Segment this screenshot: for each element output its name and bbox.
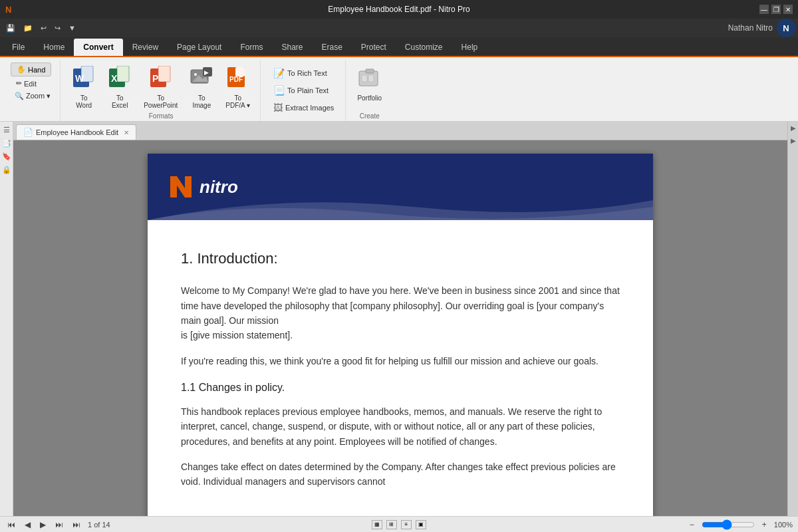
ribbon-group-formats: W ToWord X ToExcel (62, 60, 261, 121)
tab-protect[interactable]: Protect (352, 39, 396, 56)
svg-rect-18 (235, 67, 245, 76)
tab-home[interactable]: Home (34, 39, 74, 56)
svg-rect-22 (362, 75, 367, 82)
avatar[interactable]: N (777, 19, 795, 37)
page-separator: of (94, 521, 102, 529)
ribbon-group-text: 📝 To Rich Text 📃 To Plain Text 🖼 Extract… (262, 60, 346, 121)
status-left: ⏮ ◀ ▶ ⏭ ⏭ 1 of 14 (5, 520, 110, 529)
title-bar: N Employee Handbook Edit.pdf - Nitro Pro… (0, 0, 798, 19)
ribbon-tabs: File Home Convert Review Page Layout For… (0, 37, 798, 57)
pdf-paragraph-3: This handbook replaces previous employee… (181, 404, 620, 449)
page-indicator: 1 of 14 (88, 521, 110, 529)
app-icon: N (5, 5, 11, 15)
zoom-in-button[interactable]: + (760, 520, 769, 529)
minimize-button[interactable]: — (759, 5, 769, 14)
to-powerpoint-button[interactable]: P ToPowerPoint (139, 63, 182, 112)
first-page-button[interactable]: ⏮ (5, 520, 17, 529)
nitro-n-icon (168, 174, 194, 200)
view-list-button[interactable]: ≡ (401, 520, 412, 529)
to-rich-text-button[interactable]: 📝 To Rich Text (267, 65, 340, 81)
tab-customize[interactable]: Customize (396, 39, 452, 56)
play-button[interactable]: ▶ (38, 520, 48, 529)
svg-text:X: X (111, 73, 118, 84)
window-controls[interactable]: — ❐ ✕ (759, 5, 793, 14)
prev-page-button[interactable]: ◀ (23, 520, 33, 529)
tab-erase[interactable]: Erase (312, 39, 351, 56)
tab-convert[interactable]: Convert (74, 39, 122, 56)
to-word-button[interactable]: W ToWord (67, 63, 100, 112)
zoom-slider[interactable] (702, 519, 755, 530)
tab-file[interactable]: File (3, 39, 34, 56)
qa-save-button[interactable]: 💾 (3, 22, 19, 35)
pdf-content: 1. Introduction: Welcome to My Company! … (148, 220, 653, 516)
powerpoint-label: ToPowerPoint (144, 94, 178, 109)
plain-text-icon: 📃 (273, 85, 285, 96)
doc-tab-label: Employee Handbook Edit (36, 128, 118, 136)
sidebar-icon-3[interactable]: 🔖 (1, 151, 12, 162)
left-sidebar: ☰ 📑 🔖 🔒 (0, 122, 13, 516)
view-single-button[interactable]: ▦ (372, 520, 382, 529)
doc-tab-close-button[interactable]: ✕ (124, 129, 129, 136)
title-bar-left: N (5, 5, 11, 15)
portfolio-button[interactable]: Portfolio (352, 63, 386, 105)
zoom-icon: 🔍 (15, 92, 24, 100)
tab-help[interactable]: Help (452, 39, 487, 56)
portfolio-icon (358, 66, 382, 93)
plain-text-label: To Plain Text (287, 86, 329, 94)
zoom-out-button[interactable]: − (688, 520, 696, 529)
tab-share[interactable]: Share (272, 39, 312, 56)
qa-settings-button[interactable]: ▼ (65, 22, 79, 34)
svg-text:W: W (75, 73, 84, 84)
doc-tab-handbook[interactable]: 📄 Employee Handbook Edit ✕ (16, 124, 136, 140)
extract-images-label: Extract Images (285, 104, 334, 112)
close-button[interactable]: ✕ (783, 5, 793, 14)
status-bar: ⏮ ◀ ▶ ⏭ ⏭ 1 of 14 ▦ ⊞ ≡ ▣ − + 100% (0, 516, 798, 532)
ribbon-toolbar: ✋ Hand ✏ Edit 🔍 Zoom ▾ (0, 57, 798, 122)
user-name: Nathan Nitro (728, 23, 773, 33)
view-double-button[interactable]: ⊞ (386, 520, 397, 529)
qa-open-button[interactable]: 📁 (20, 22, 36, 35)
edit-tool-button[interactable]: ✏ Edit (11, 78, 42, 89)
rich-text-icon: 📝 (273, 68, 285, 78)
view-grid-button[interactable]: ▣ (416, 520, 426, 529)
rich-text-label: To Rich Text (287, 69, 327, 77)
main-area: ☰ 📑 🔖 🔒 📄 Employee Handbook Edit ✕ (0, 122, 798, 516)
collapse-button[interactable]: ▶ (789, 122, 797, 134)
hand-tool-button[interactable]: ✋ Hand (11, 63, 51, 76)
edit-icon: ✏ (16, 79, 22, 88)
quick-access-toolbar: 💾 📁 ↩ ↪ ▼ Nathan Nitro N (0, 19, 798, 37)
ribbon-group-create: Portfolio Create (347, 60, 392, 121)
create-group-label: Create (360, 112, 380, 121)
edit-label: Edit (24, 80, 37, 88)
pdf-viewer[interactable]: nitro 1. Introduction: Welcome to My Com… (13, 140, 787, 516)
current-page: 1 (88, 521, 92, 529)
qa-undo-button[interactable]: ↩ (37, 22, 50, 35)
svg-text:P: P (152, 73, 158, 84)
qa-redo-button[interactable]: ↪ (51, 22, 64, 35)
next-frame-button[interactable]: ⏭ (53, 520, 65, 529)
svg-text:▶: ▶ (204, 69, 209, 76)
sidebar-icon-2[interactable]: 📑 (1, 138, 12, 148)
tab-forms[interactable]: Forms (231, 39, 272, 56)
zoom-control-button[interactable]: 🔍 Zoom ▾ (11, 90, 55, 102)
to-image-button[interactable]: ▶ ToImage (185, 63, 218, 112)
sidebar-icon-4[interactable]: 🔒 (1, 164, 12, 175)
pdf-paragraph-1: Welcome to My Company! We're glad to hav… (181, 283, 620, 343)
last-page-button[interactable]: ⏭ (70, 520, 82, 529)
collapse-button-2[interactable]: ▶ (789, 134, 797, 147)
create-group-content: Portfolio (352, 60, 386, 112)
extract-images-button[interactable]: 🖼 Extract Images (267, 100, 340, 116)
doc-tabs-area: 📄 Employee Handbook Edit ✕ nitro (13, 122, 787, 516)
zoom-label: Zoom ▾ (26, 92, 51, 100)
to-plain-text-button[interactable]: 📃 To Plain Text (267, 82, 340, 98)
sidebar-icon-1[interactable]: ☰ (1, 124, 12, 135)
tab-page-layout[interactable]: Page Layout (168, 39, 231, 56)
tab-review[interactable]: Review (123, 39, 168, 56)
formats-group-content: W ToWord X ToExcel (67, 60, 255, 112)
zoom-slider-area (702, 519, 755, 530)
pdf-label: ToPDF/A ▾ (225, 94, 250, 109)
to-excel-button[interactable]: X ToExcel (103, 63, 136, 112)
restore-button[interactable]: ❐ (771, 5, 781, 14)
to-pdf-button[interactable]: PDF ToPDF/A ▾ (221, 63, 255, 112)
status-right: − + 100% (688, 519, 793, 530)
